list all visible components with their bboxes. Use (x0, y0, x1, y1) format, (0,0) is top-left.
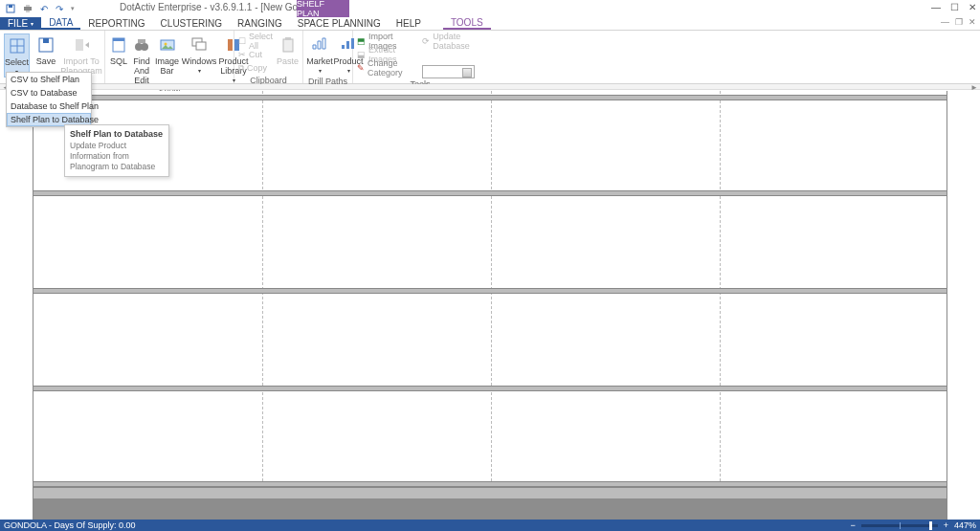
svg-rect-2 (24, 7, 32, 11)
zoom-out-button[interactable]: − (850, 520, 855, 530)
shelf[interactable] (33, 386, 947, 391)
import-icon (72, 35, 91, 55)
qat-dropdown-icon[interactable]: ▾ (71, 5, 75, 12)
svg-rect-13 (138, 39, 145, 43)
tab-file[interactable]: FILE (0, 17, 41, 30)
tab-ranging[interactable]: RANGING (230, 17, 290, 30)
import-dropdown-menu: CSV to Shelf Plan CSV to Database Databa… (6, 72, 92, 127)
tooltip-body: Update Product Information from Planogra… (70, 141, 164, 172)
horizontal-ruler: ◄ ► (0, 84, 980, 90)
shelf[interactable] (33, 288, 947, 294)
tab-space-planning[interactable]: SPACE PLANNING (290, 17, 389, 30)
svg-point-12 (141, 43, 148, 51)
svg-rect-20 (283, 39, 293, 52)
undo-icon[interactable]: ↶ (40, 4, 48, 14)
save-large-icon (36, 35, 56, 55)
child-minimize-button[interactable]: — (941, 17, 949, 27)
scissors-icon: ✂ (238, 50, 246, 59)
contextual-tab-header: SHELF PLAN (297, 0, 349, 17)
windows-icon (189, 35, 209, 55)
tooltip-title: Shelf Plan to Database (70, 129, 164, 139)
change-category-icon: ✎ (357, 63, 365, 73)
child-close-button[interactable]: ✕ (969, 17, 976, 27)
tab-reporting[interactable]: REPORTING (80, 17, 152, 30)
svg-rect-17 (196, 42, 206, 50)
divider (720, 91, 721, 520)
divider (491, 91, 492, 520)
zoom-slider[interactable] (861, 524, 938, 527)
change-category-button[interactable]: ✎Change Category (357, 61, 418, 75)
maximize-button[interactable]: ☐ (950, 2, 959, 12)
update-database-button[interactable]: ⟳Update Database (422, 34, 483, 48)
copy-button[interactable]: ⧉Copy (238, 61, 273, 75)
save-button[interactable]: Save (33, 33, 58, 66)
menu-database-to-shelf-plan[interactable]: Database to Shelf Plan (7, 100, 91, 113)
sql-icon (109, 35, 128, 55)
status-bar: GONDOLA - Days Of Supply: 0.00 − + 447% (0, 520, 980, 531)
zoom-level: 447% (954, 520, 976, 530)
menu-csv-to-database[interactable]: CSV to Database (7, 86, 91, 100)
svg-rect-3 (26, 5, 30, 7)
paste-icon (278, 35, 298, 55)
select-all-button[interactable]: ☐Select All (238, 34, 273, 48)
sql-button[interactable]: SQL (109, 33, 128, 66)
window-title: DotActiv Enterprise - v3.6.9.1.1 - [New … (120, 2, 323, 12)
minimize-button[interactable]: — (931, 2, 941, 12)
base-kick (33, 498, 947, 520)
title-bar: ↶ ↷ ▾ DotActiv Enterprise - v3.6.9.1.1 -… (0, 0, 980, 17)
find-and-edit-button[interactable]: Find And Edit (132, 33, 151, 85)
select-icon (8, 36, 27, 55)
redo-icon[interactable]: ↷ (56, 4, 63, 14)
child-restore-button[interactable]: ❐ (955, 17, 963, 27)
zoom-in-button[interactable]: + (944, 520, 948, 530)
svg-rect-8 (76, 39, 83, 51)
paste-button[interactable]: Paste (277, 33, 299, 66)
save-icon[interactable] (6, 4, 15, 13)
print-icon[interactable] (23, 4, 33, 13)
shelf[interactable] (33, 95, 947, 100)
svg-rect-4 (26, 11, 30, 12)
divider (262, 91, 263, 520)
extract-images-icon: ⬓ (357, 50, 366, 59)
market-icon (310, 35, 329, 55)
svg-rect-18 (228, 39, 233, 51)
base-shelf[interactable] (33, 487, 947, 498)
tab-clustering[interactable]: CLUSTERING (153, 17, 230, 30)
status-text: GONDOLA - Days Of Supply: 0.00 (4, 520, 136, 530)
windows-button[interactable]: Windows ▾ (183, 33, 215, 76)
import-images-icon: ⬒ (357, 36, 366, 46)
tooltip: Shelf Plan to Database Update Product In… (64, 124, 169, 177)
select-all-icon: ☐ (238, 36, 246, 46)
cut-button[interactable]: ✂Cut (238, 48, 273, 61)
category-combo[interactable] (422, 65, 475, 78)
quick-access-toolbar: ↶ ↷ ▾ (0, 4, 75, 14)
svg-rect-7 (43, 38, 49, 43)
update-db-icon: ⟳ (422, 36, 430, 46)
binoculars-icon (132, 35, 151, 55)
market-button[interactable]: Market ▾ (307, 33, 332, 76)
gondola[interactable] (33, 91, 947, 520)
shelf[interactable] (33, 190, 947, 196)
svg-rect-1 (9, 5, 12, 8)
image-bar-icon (158, 35, 177, 55)
svg-rect-10 (113, 38, 124, 41)
tab-data[interactable]: DATA (41, 17, 80, 30)
tab-help[interactable]: HELP (389, 17, 429, 30)
ribbon: Select ▾ Save Import To Planogram ▾ Data… (0, 31, 980, 84)
ribbon-tabs: FILE DATA REPORTING CLUSTERING RANGING S… (0, 17, 980, 31)
svg-rect-21 (285, 37, 291, 40)
close-button[interactable]: ✕ (969, 2, 976, 12)
copy-icon: ⧉ (238, 63, 244, 74)
image-bar-button[interactable]: Image Bar (155, 33, 179, 76)
tab-tools[interactable]: TOOLS (443, 17, 491, 30)
menu-csv-to-shelf-plan[interactable]: CSV to Shelf Plan (7, 73, 91, 86)
